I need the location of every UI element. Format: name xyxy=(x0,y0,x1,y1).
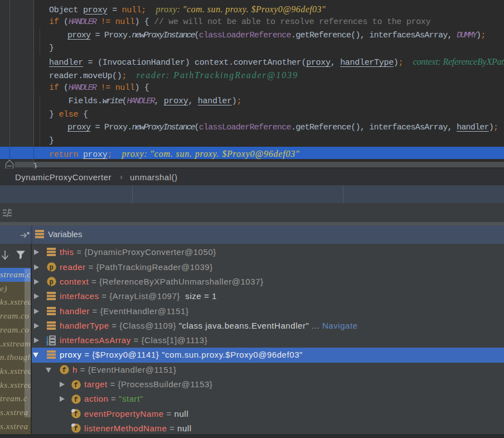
svg-text:f: f xyxy=(74,425,79,433)
svg-text:f: f xyxy=(74,382,79,389)
svg-text:f: f xyxy=(74,396,79,404)
svg-text:f: f xyxy=(62,367,67,374)
svg-text:p: p xyxy=(50,264,54,272)
svg-text:3: 3 xyxy=(46,342,49,345)
svg-text:f: f xyxy=(74,411,79,418)
svg-text:p: p xyxy=(50,278,54,286)
